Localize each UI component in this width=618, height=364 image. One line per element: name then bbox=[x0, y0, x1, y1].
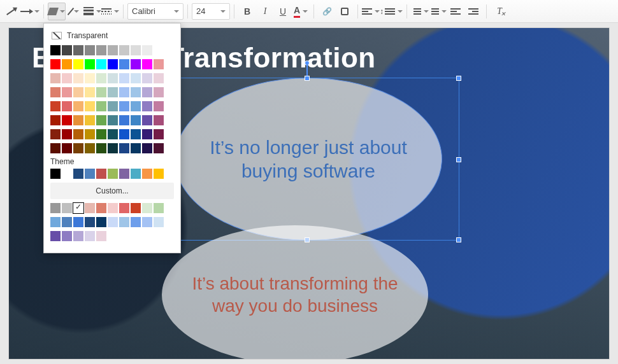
color-swatch[interactable] bbox=[62, 129, 72, 139]
color-swatch[interactable] bbox=[154, 87, 164, 97]
color-swatch[interactable] bbox=[62, 143, 72, 153]
color-swatch[interactable] bbox=[142, 59, 152, 69]
color-swatch[interactable] bbox=[142, 169, 152, 179]
color-swatch[interactable] bbox=[50, 115, 61, 125]
color-swatch[interactable] bbox=[119, 59, 129, 69]
color-swatch[interactable] bbox=[142, 231, 152, 241]
color-swatch[interactable] bbox=[131, 217, 141, 227]
color-swatch[interactable] bbox=[73, 217, 83, 227]
color-swatch[interactable] bbox=[142, 101, 152, 111]
color-swatch[interactable] bbox=[131, 143, 141, 153]
color-swatch[interactable] bbox=[85, 231, 95, 241]
color-swatch[interactable] bbox=[131, 45, 141, 55]
color-swatch[interactable] bbox=[96, 45, 106, 55]
line-spacing-button[interactable]: ↕ bbox=[380, 3, 403, 20]
color-swatch[interactable] bbox=[142, 45, 152, 55]
color-swatch[interactable] bbox=[85, 129, 95, 139]
color-swatch[interactable] bbox=[108, 217, 118, 227]
color-swatch[interactable] bbox=[131, 87, 141, 97]
decrease-indent-button[interactable] bbox=[447, 3, 464, 20]
border-dash-button[interactable] bbox=[101, 3, 119, 20]
increase-indent-button[interactable] bbox=[464, 3, 482, 20]
color-swatch[interactable] bbox=[96, 217, 106, 227]
color-swatch[interactable] bbox=[96, 87, 106, 97]
line-tool-button[interactable] bbox=[3, 3, 20, 20]
font-family-select[interactable]: Calibri bbox=[127, 3, 183, 20]
color-swatch[interactable] bbox=[108, 101, 118, 111]
fill-color-button[interactable] bbox=[48, 3, 66, 20]
color-swatch[interactable] bbox=[73, 59, 83, 69]
color-swatch[interactable] bbox=[154, 217, 164, 227]
bulleted-list-button[interactable] bbox=[429, 3, 447, 20]
resize-handle-ne[interactable] bbox=[456, 76, 461, 81]
color-swatch[interactable] bbox=[73, 203, 83, 213]
color-swatch[interactable] bbox=[142, 143, 152, 153]
color-swatch[interactable] bbox=[50, 101, 61, 111]
color-swatch[interactable] bbox=[154, 143, 164, 153]
font-size-select[interactable]: 24 bbox=[192, 3, 230, 20]
color-swatch[interactable] bbox=[131, 101, 141, 111]
circle-shape-2[interactable]: It’s about transforming the way you do b… bbox=[162, 225, 428, 359]
underline-button[interactable]: U bbox=[274, 3, 292, 20]
circle-1-text[interactable]: It’s no longer just about buying softwar… bbox=[194, 136, 422, 183]
transparent-option[interactable]: Transparent bbox=[50, 29, 174, 45]
color-swatch[interactable] bbox=[62, 203, 72, 213]
color-swatch[interactable] bbox=[50, 203, 61, 213]
color-swatch[interactable] bbox=[119, 101, 129, 111]
circle-2-text[interactable]: It’s about transforming the way you do b… bbox=[181, 272, 409, 317]
color-swatch[interactable] bbox=[119, 45, 129, 55]
color-swatch[interactable] bbox=[108, 169, 118, 179]
resize-handle-e[interactable] bbox=[456, 157, 461, 162]
color-swatch[interactable] bbox=[154, 203, 164, 213]
color-swatch[interactable] bbox=[119, 115, 129, 125]
color-swatch[interactable] bbox=[73, 101, 83, 111]
color-swatch[interactable] bbox=[62, 73, 72, 83]
color-swatch[interactable] bbox=[62, 59, 72, 69]
color-swatch[interactable] bbox=[108, 231, 118, 241]
color-swatch[interactable] bbox=[85, 59, 95, 69]
color-swatch[interactable] bbox=[73, 45, 83, 55]
color-swatch[interactable] bbox=[142, 217, 152, 227]
color-swatch[interactable] bbox=[85, 73, 95, 83]
color-swatch[interactable] bbox=[50, 59, 61, 69]
resize-handle-se[interactable] bbox=[456, 237, 461, 242]
color-swatch[interactable] bbox=[85, 169, 95, 179]
color-swatch[interactable] bbox=[85, 87, 95, 97]
color-swatch[interactable] bbox=[108, 129, 118, 139]
color-swatch[interactable] bbox=[154, 101, 164, 111]
color-swatch[interactable] bbox=[142, 129, 152, 139]
color-swatch[interactable] bbox=[154, 115, 164, 125]
color-swatch[interactable] bbox=[154, 45, 164, 55]
color-swatch[interactable] bbox=[142, 73, 152, 83]
color-swatch[interactable] bbox=[131, 203, 141, 213]
color-swatch[interactable] bbox=[50, 129, 61, 139]
color-swatch[interactable] bbox=[142, 203, 152, 213]
color-swatch[interactable] bbox=[119, 217, 129, 227]
color-swatch[interactable] bbox=[119, 203, 129, 213]
color-swatch[interactable] bbox=[108, 45, 118, 55]
color-swatch[interactable] bbox=[50, 87, 61, 97]
color-swatch[interactable] bbox=[62, 231, 72, 241]
border-color-button[interactable] bbox=[66, 3, 83, 20]
color-swatch[interactable] bbox=[119, 73, 129, 83]
color-swatch[interactable] bbox=[108, 59, 118, 69]
color-swatch[interactable] bbox=[96, 101, 106, 111]
align-button[interactable] bbox=[362, 3, 380, 20]
color-swatch[interactable] bbox=[131, 115, 141, 125]
color-swatch[interactable] bbox=[73, 169, 83, 179]
italic-button[interactable]: I bbox=[256, 3, 274, 20]
color-swatch[interactable] bbox=[108, 73, 118, 83]
color-swatch[interactable] bbox=[108, 143, 118, 153]
color-swatch[interactable] bbox=[73, 129, 83, 139]
color-swatch[interactable] bbox=[119, 169, 129, 179]
color-swatch[interactable] bbox=[62, 45, 72, 55]
numbered-list-button[interactable] bbox=[411, 3, 429, 20]
circle-shape-1[interactable]: It’s no longer just about buying softwar… bbox=[175, 78, 442, 241]
color-swatch[interactable] bbox=[73, 143, 83, 153]
color-swatch[interactable] bbox=[131, 231, 141, 241]
color-swatch[interactable] bbox=[73, 115, 83, 125]
color-swatch[interactable] bbox=[154, 59, 164, 69]
color-swatch[interactable] bbox=[131, 59, 141, 69]
color-swatch[interactable] bbox=[131, 169, 141, 179]
color-swatch[interactable] bbox=[108, 87, 118, 97]
